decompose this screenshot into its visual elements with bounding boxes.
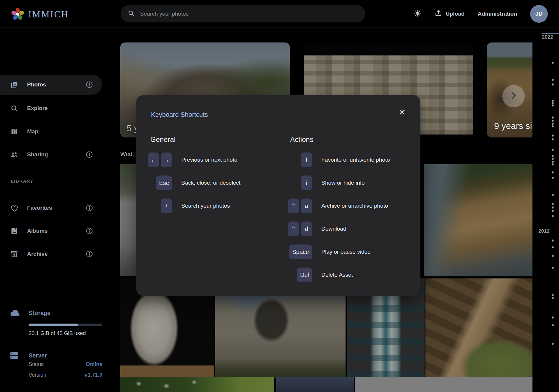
scrubber-dot	[552, 246, 554, 248]
archive-icon	[10, 250, 18, 258]
server-status-row: Status Online	[29, 361, 102, 368]
scrubber-dot	[552, 163, 554, 165]
photos-icon	[10, 81, 18, 89]
scrubber-dot	[552, 135, 554, 137]
sidebar-item-favorites[interactable]: Favorites	[0, 198, 102, 218]
photo-thumbnail[interactable]	[355, 377, 532, 392]
keycap: Space	[289, 245, 312, 259]
server-version-row: Version v1.71.0	[29, 372, 102, 378]
shortcuts-column-heading: Actions	[290, 135, 313, 144]
shortcut-description: Back, close, or deselect	[181, 180, 241, 186]
storage-usage-text: 30.1 GiB of 45 GiB used	[29, 330, 86, 337]
sidebar-item-photos[interactable]: Photos	[0, 75, 102, 95]
shortcut-row: / Search your photos	[147, 194, 241, 217]
shortcut-description: Delete Asset	[321, 272, 353, 278]
scrubber-dot	[552, 215, 554, 217]
keycap: Del	[297, 268, 312, 282]
keycap: f	[301, 152, 312, 167]
shortcut-row: ⇧a Archive or unarchive photo	[287, 194, 390, 217]
info-icon[interactable]	[86, 227, 93, 235]
scrubber-dot	[552, 117, 554, 119]
immich-wordmark: IMMICH	[28, 9, 69, 20]
scrubber-dot	[552, 158, 554, 160]
modal-title: Keyboard Shortcuts	[151, 110, 208, 119]
library-section-header: LIBRARY	[11, 178, 34, 183]
keycap: ⇧	[288, 222, 299, 236]
immich-app: 5 y 9 years si Wed, 2022 2012	[0, 0, 559, 392]
scrubber-dot	[552, 194, 554, 196]
scrubber-dot	[552, 255, 554, 257]
keycap: a	[301, 199, 312, 213]
info-icon[interactable]	[86, 81, 93, 88]
sidebar-item-archive[interactable]: Archive	[0, 244, 102, 264]
shortcut-row: i Show or hide info	[287, 171, 390, 194]
avatar[interactable]: JD	[530, 5, 548, 23]
scrubber-position-marker	[542, 33, 559, 34]
storage-title: Storage	[29, 310, 50, 316]
theme-toggle-button[interactable]	[414, 9, 422, 19]
sidebar-item-explore[interactable]: Explore	[0, 98, 102, 118]
sidebar-item-label: Albums	[27, 228, 48, 234]
upload-label: Upload	[446, 11, 465, 17]
info-icon[interactable]	[86, 250, 93, 258]
scrubber-year-bottom: 2012	[538, 228, 550, 234]
keycap: /	[161, 199, 172, 213]
search-input[interactable]	[140, 11, 358, 17]
server-version-value: v1.71.0	[85, 372, 102, 378]
search-icon	[128, 10, 135, 18]
cloud-icon	[9, 309, 21, 317]
sun-icon	[414, 9, 422, 19]
upload-button[interactable]: Upload	[435, 9, 465, 18]
photo-thumbnail[interactable]	[120, 377, 274, 392]
administration-label: Administration	[478, 11, 517, 17]
shortcut-row: ⇧d Download	[287, 217, 390, 240]
photo-thumbnail[interactable]	[120, 164, 136, 276]
sidebar-item-map[interactable]: Map	[0, 122, 102, 142]
map-icon	[10, 128, 18, 136]
server-version-label: Version	[29, 372, 46, 378]
shortcut-description: Favorite or unfavorite photo	[321, 157, 390, 163]
shortcut-row: Esc Back, close, or deselect	[147, 171, 241, 194]
scrubber-dot	[552, 267, 554, 269]
scrubber-dot	[552, 171, 554, 173]
storage-progress-fill	[29, 324, 78, 326]
search-bar[interactable]	[121, 5, 365, 22]
info-icon[interactable]	[86, 204, 93, 212]
scrubber-dot	[552, 123, 554, 125]
sidebar-item-albums[interactable]: Albums	[0, 221, 102, 241]
scrubber-dot	[552, 294, 554, 296]
server-status-value: Online	[86, 361, 102, 368]
administration-link[interactable]: Administration	[478, 11, 517, 17]
sidebar-item-label: Favorites	[27, 205, 52, 211]
immich-logo[interactable]: IMMICH	[11, 7, 69, 22]
scrubber-dot	[552, 206, 554, 209]
sidebar-item-sharing[interactable]: Sharing	[0, 145, 102, 165]
photo-thumbnail[interactable]	[424, 164, 532, 276]
scrubber-year-top: 2022	[542, 34, 553, 40]
scrubber-dot	[552, 79, 554, 81]
shortcut-description: Previous or next photo	[181, 157, 237, 163]
scrubber-dot	[552, 316, 554, 319]
memory-next-button[interactable]	[502, 85, 525, 107]
scrubber-dot	[552, 240, 554, 242]
chevron-right-icon	[509, 91, 519, 102]
people-icon	[10, 151, 18, 159]
photo-thumbnail[interactable]	[276, 377, 354, 392]
shortcut-row: ←→ Previous or next photo	[147, 148, 241, 171]
timeline-scrubber[interactable]: 2022 2012	[532, 27, 559, 392]
sidebar-item-label: Explore	[27, 105, 48, 111]
sidebar-item-label: Archive	[27, 251, 48, 257]
shortcut-row: f Favorite or unfavorite photo	[287, 148, 390, 171]
storage-progress-bar	[29, 324, 102, 326]
scrubber-dot	[552, 138, 554, 140]
keycap: ←	[148, 152, 159, 167]
shortcut-description: Show or hide info	[321, 180, 365, 186]
photo-thumbnail[interactable]	[425, 278, 532, 378]
shortcuts-column-general: ←→ Previous or next photo Esc Back, clos…	[147, 148, 241, 217]
upload-icon	[435, 9, 442, 18]
scrubber-dot	[552, 125, 554, 127]
shortcut-description: Download	[321, 226, 346, 232]
info-icon[interactable]	[86, 151, 93, 158]
top-bar: IMMICH Upload Administration	[0, 0, 559, 27]
close-icon[interactable]: ✕	[396, 106, 409, 119]
